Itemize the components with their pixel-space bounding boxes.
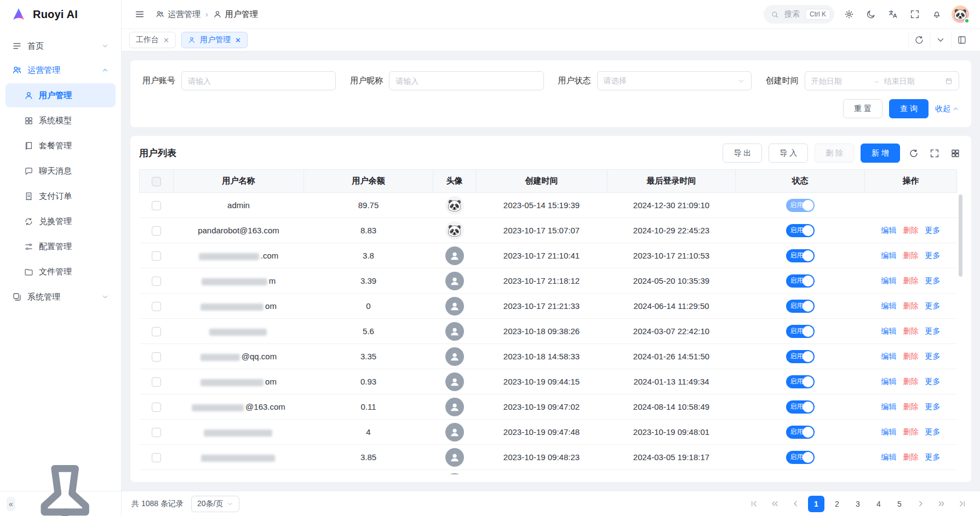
more-link[interactable]: 更多 [925, 377, 941, 386]
delete-link[interactable]: 删除 [903, 352, 919, 360]
status-toggle[interactable]: 启用 [786, 274, 815, 288]
row-checkbox[interactable] [152, 201, 161, 210]
notifications-button[interactable] [930, 7, 944, 21]
sidebar-group-operations[interactable]: 运营管理 [5, 58, 116, 82]
edit-link[interactable]: 编辑 [881, 377, 897, 386]
sidebar-item-orders[interactable]: 支付订单 [5, 184, 116, 208]
row-checkbox[interactable] [152, 377, 161, 387]
table-scrollbar[interactable] [959, 192, 962, 474]
more-link[interactable]: 更多 [925, 402, 941, 411]
sidebar-item-chat[interactable]: 聊天消息 [5, 159, 116, 183]
pin-icon[interactable] [15, 454, 114, 516]
more-link[interactable]: 更多 [925, 452, 941, 461]
row-checkbox[interactable] [152, 453, 161, 462]
edit-link[interactable]: 编辑 [881, 452, 897, 461]
status-toggle[interactable]: 启用 [786, 224, 815, 237]
sidebar-item-home[interactable]: 首页 [5, 34, 116, 58]
sidebar-item-models[interactable]: 系统模型 [5, 108, 116, 133]
fullscreen-button[interactable] [908, 7, 922, 21]
add-button[interactable]: 新 增 [861, 144, 900, 163]
row-checkbox[interactable] [152, 226, 161, 236]
status-toggle[interactable]: 启用 [786, 400, 815, 414]
status-toggle[interactable]: 启用 [786, 325, 815, 338]
delete-link[interactable]: 删除 [903, 226, 919, 234]
collapse-filter-link[interactable]: 收起 [935, 104, 959, 114]
sidebar-item-exchange[interactable]: 兑换管理 [5, 209, 116, 233]
select-all-checkbox[interactable] [152, 177, 161, 186]
row-checkbox[interactable] [152, 302, 161, 311]
edit-link[interactable]: 编辑 [881, 352, 897, 360]
close-icon[interactable]: ✕ [235, 37, 241, 44]
user-avatar[interactable]: 🐼 [952, 5, 969, 23]
delete-link[interactable]: 删除 [903, 452, 919, 461]
status-select[interactable]: 请选择 [597, 71, 752, 90]
next-10-pages-button[interactable] [933, 496, 949, 512]
more-link[interactable]: 更多 [925, 427, 941, 436]
more-link[interactable]: 更多 [925, 251, 941, 260]
row-checkbox[interactable] [152, 352, 161, 362]
sidebar-item-files[interactable]: 文件管理 [5, 260, 116, 284]
row-checkbox[interactable] [152, 403, 161, 412]
sidebar-item-users[interactable]: 用户管理 [5, 83, 116, 107]
status-toggle[interactable]: 启用 [786, 249, 815, 262]
page-button-1[interactable]: 1 [808, 496, 824, 512]
close-icon[interactable]: ✕ [163, 37, 169, 44]
page-button-3[interactable]: 3 [850, 496, 866, 512]
sidebar-item-packages[interactable]: 套餐管理 [5, 134, 116, 158]
breadcrumb-item-users[interactable]: 用户管理 [213, 9, 258, 20]
tab-options-button[interactable] [930, 33, 951, 47]
edit-link[interactable]: 编辑 [881, 326, 897, 335]
delete-link[interactable]: 删除 [903, 402, 919, 411]
edit-link[interactable]: 编辑 [881, 251, 897, 260]
delete-link[interactable]: 删除 [903, 377, 919, 386]
edit-link[interactable]: 编辑 [881, 226, 897, 234]
sidebar-item-config[interactable]: 配置管理 [5, 234, 116, 259]
breadcrumb-item-operations[interactable]: 运营管理 [156, 9, 200, 20]
edit-link[interactable]: 编辑 [881, 402, 897, 411]
query-button[interactable]: 查 询 [889, 99, 929, 118]
account-input[interactable] [181, 71, 336, 90]
delete-link[interactable]: 删除 [903, 276, 919, 285]
created-daterange[interactable]: → [805, 71, 959, 90]
refresh-list-button[interactable] [907, 146, 921, 160]
edit-link[interactable]: 编辑 [881, 301, 897, 310]
settings-button[interactable] [842, 7, 856, 21]
menu-toggle-button[interactable] [133, 7, 147, 21]
column-settings-button[interactable] [948, 146, 962, 160]
start-date-input[interactable] [811, 77, 868, 85]
more-link[interactable]: 更多 [925, 301, 941, 310]
next-page-button[interactable] [912, 496, 929, 512]
status-toggle[interactable]: 启用 [786, 300, 815, 313]
tab-user-management[interactable]: 用户管理 ✕ [181, 32, 248, 48]
export-button[interactable]: 导 出 [723, 144, 762, 163]
status-toggle[interactable]: 启用 [786, 451, 815, 464]
scrollbar-thumb[interactable] [959, 194, 962, 277]
status-toggle[interactable]: 启用 [786, 426, 815, 439]
sidebar-group-system[interactable]: 系统管理 [5, 285, 116, 309]
delete-link[interactable]: 删除 [903, 427, 919, 436]
page-button-4[interactable]: 4 [870, 496, 887, 512]
delete-link[interactable]: 删除 [903, 251, 919, 260]
language-button[interactable] [886, 7, 900, 21]
dark-mode-button[interactable] [864, 7, 878, 21]
status-toggle[interactable]: 启用 [786, 199, 815, 212]
page-button-5[interactable]: 5 [891, 496, 908, 512]
global-search-button[interactable]: 搜索 Ctrl K [764, 5, 834, 24]
prev-page-button[interactable] [787, 496, 804, 512]
last-page-button[interactable] [954, 496, 970, 512]
delete-link[interactable]: 删除 [903, 326, 919, 335]
row-checkbox[interactable] [152, 277, 161, 286]
import-button[interactable]: 导 入 [769, 144, 808, 163]
edit-link[interactable]: 编辑 [881, 427, 897, 436]
row-checkbox[interactable] [152, 327, 161, 336]
delete-link[interactable]: 删除 [903, 301, 919, 310]
more-link[interactable]: 更多 [925, 326, 941, 335]
prev-10-pages-button[interactable] [766, 496, 783, 512]
page-button-2[interactable]: 2 [829, 496, 845, 512]
status-toggle[interactable]: 启用 [786, 375, 815, 388]
edit-link[interactable]: 编辑 [881, 276, 897, 285]
more-link[interactable]: 更多 [925, 226, 941, 234]
row-checkbox[interactable] [152, 428, 161, 437]
status-toggle[interactable]: 启用 [786, 350, 815, 363]
more-link[interactable]: 更多 [925, 276, 941, 285]
